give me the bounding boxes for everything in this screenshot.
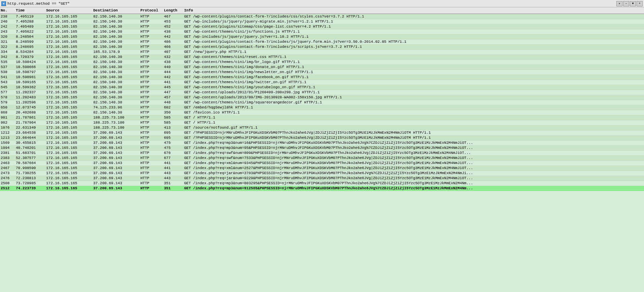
cell-info: GET /source/notfound.gif HTTP/1.1 — [183, 126, 644, 130]
cell-info: GET /wp-content/plugins/contact-form-7/i… — [183, 40, 644, 44]
table-row[interactable]: 577 11.202337 172.16.165.165 82.150.140.… — [0, 90, 644, 95]
cell-len: 453 — [163, 20, 183, 24]
table-row[interactable]: 545 10.599362 172.16.165.165 82.150.140.… — [0, 85, 644, 90]
table-row[interactable]: 243 7.495622 172.16.165.165 82.150.140.3… — [0, 29, 644, 34]
table-row[interactable]: 535 10.598424 172.16.165.165 82.150.140.… — [0, 60, 644, 65]
table-row[interactable]: 868 20.402688 172.16.165.165 82.150.140.… — [0, 110, 644, 115]
cell-source: 172.16.165.165 — [45, 141, 93, 145]
cell-no: 579 — [0, 100, 15, 104]
cell-info: GET /wp-includes/js/jquery/jquery.js?ver… — [183, 35, 644, 39]
cell-len: 351 — [163, 186, 183, 190]
cell-no: 240 — [0, 20, 15, 24]
table-row[interactable]: 578 11.202483 172.16.165.165 82.150.140.… — [0, 95, 644, 100]
cell-no: 320 — [0, 35, 15, 39]
table-row[interactable]: 242 7.495489 172.16.165.165 82.150.140.3… — [0, 24, 644, 29]
cell-time: 8.534284 — [15, 50, 45, 54]
table-row[interactable]: 543 10.599165 172.16.165.165 82.150.140.… — [0, 80, 644, 85]
cell-no: 538 — [0, 70, 15, 74]
cell-proto: HTTP — [140, 146, 163, 150]
table-row[interactable]: 1213 23.664644 172.16.165.165 37.200.69.… — [0, 135, 644, 140]
cell-source: 172.16.165.165 — [45, 75, 93, 79]
table-row[interactable]: 1994 40.748201 172.16.165.165 37.200.69.… — [0, 145, 644, 151]
table-row[interactable]: 1076 22.631349 172.16.165.165 188.225.73… — [0, 125, 644, 130]
close-button[interactable]: ✕ — [616, 1, 622, 6]
add-button[interactable]: + — [637, 1, 643, 6]
cell-dest: 82.150.140.30 — [93, 35, 140, 39]
cell-proto: HTTP — [140, 136, 163, 140]
cell-dest: 82.150.140.30 — [93, 55, 140, 59]
table-row[interactable]: 541 10.598981 172.16.165.165 82.150.140.… — [0, 75, 644, 80]
table-row[interactable]: 240 7.495288 172.16.165.165 82.150.140.3… — [0, 19, 644, 24]
table-row[interactable]: 2476 72.238813 172.16.165.165 37.200.69.… — [0, 176, 644, 181]
table-row[interactable]: 1212 23.664538 172.16.165.165 37.200.69.… — [0, 130, 644, 135]
table-row[interactable]: 2508 73.720985 172.16.165.165 37.200.69.… — [0, 181, 644, 186]
cell-proto: HTTP — [140, 95, 163, 99]
cell-time: 10.598666 — [15, 65, 45, 69]
cell-proto: HTTP — [140, 20, 163, 24]
table-row[interactable]: 2512 74.223739 172.16.165.165 37.200.69.… — [0, 186, 644, 191]
cell-time: 52.307577 — [15, 156, 45, 160]
cell-info: GET /wp-content/uploads/2013/09/IMG-2013… — [183, 95, 644, 99]
table-row[interactable]: 538 10.598797 172.16.165.165 82.150.140.… — [0, 70, 644, 75]
cell-proto: HTTP — [140, 65, 163, 69]
cell-no: 322 — [0, 45, 15, 49]
cell-time: 73.720985 — [15, 181, 45, 185]
cell-proto: HTTP — [140, 176, 163, 180]
table-row[interactable]: 342 8.720379 172.16.165.165 82.150.140.3… — [0, 55, 644, 60]
table-row[interactable]: 2473 71.730255 172.16.165.165 37.200.69.… — [0, 171, 644, 176]
cell-proto: HTTP — [140, 35, 163, 39]
cell-no: 868 — [0, 110, 15, 115]
table-row[interactable]: 650 12.073745 172.16.165.165 74.125.233.… — [0, 105, 644, 110]
cell-source: 172.16.165.165 — [45, 40, 93, 44]
cell-len: 442 — [163, 75, 183, 79]
cell-no: 2467 — [0, 166, 15, 170]
table-row[interactable]: 537 10.598666 172.16.165.165 82.150.140.… — [0, 65, 644, 70]
minimize-button[interactable]: – — [623, 1, 629, 6]
cell-time: 72.238813 — [15, 176, 45, 180]
cell-proto: HTTP — [140, 105, 163, 109]
header-no: No. — [0, 8, 15, 12]
cell-len: 441 — [163, 80, 183, 84]
cell-len: 457 — [163, 95, 183, 99]
cell-time: 70.998590 — [15, 166, 45, 170]
table-row[interactable]: 2467 70.998590 172.16.165.165 37.200.69.… — [0, 166, 644, 171]
cell-len: 441 — [163, 166, 183, 170]
table-row[interactable]: 334 8.534284 172.16.165.165 185.53.178.9… — [0, 50, 644, 55]
cell-dest: 37.200.69.143 — [93, 151, 140, 155]
table-row[interactable]: 981 21.787861 172.16.165.165 188.225.73.… — [0, 115, 644, 120]
cell-len: 448 — [163, 100, 183, 104]
cell-no: 1076 — [0, 126, 15, 130]
cell-time: 70.587664 — [15, 161, 45, 165]
cell-time: 30.455815 — [15, 141, 45, 145]
table-row[interactable]: 982 21.787964 172.16.165.165 188.225.73.… — [0, 120, 644, 125]
cell-no: 982 — [0, 121, 15, 125]
header-protocol: Protocol — [140, 8, 163, 12]
cell-source: 172.16.165.165 — [45, 176, 93, 180]
cell-info: GET /wp-content/plugins/contact-form-7/i… — [183, 45, 644, 49]
cell-source: 172.16.165.165 — [45, 65, 93, 69]
header-source: Source — [45, 8, 93, 12]
table-row[interactable]: 322 8.248695 172.16.165.165 82.150.140.3… — [0, 44, 644, 50]
cell-info: GET /wp-content/themes/cini/js/functions… — [183, 30, 644, 34]
cell-len: 438 — [163, 30, 183, 34]
cell-dest: 82.150.140.30 — [93, 45, 140, 49]
cell-dest: 37.200.69.143 — [93, 156, 140, 160]
table-row[interactable]: 2381 51.683701 172.16.165.165 37.200.69.… — [0, 151, 644, 156]
cell-no: 2508 — [0, 181, 15, 185]
table-row[interactable]: 321 8.248599 172.16.165.165 82.150.140.3… — [0, 39, 644, 44]
table-row[interactable]: 238 7.495119 172.16.165.165 82.150.140.3… — [0, 14, 644, 19]
table-container[interactable]: 238 7.495119 172.16.165.165 82.150.140.3… — [0, 14, 644, 290]
cell-len: 475 — [163, 146, 183, 150]
cell-proto: HTTP — [140, 181, 163, 185]
table-row[interactable]: 2383 52.307577 172.16.165.165 37.200.69.… — [0, 156, 644, 161]
cell-len: 351 — [163, 181, 183, 185]
cell-proto: HTTP — [140, 45, 163, 49]
cell-no: 243 — [0, 30, 15, 34]
expand-button[interactable]: ▼ — [630, 1, 636, 6]
cell-info: GET /wp-content/themes/cini/img/facebook… — [183, 75, 644, 79]
table-row[interactable]: 579 11.202596 172.16.165.165 82.150.140.… — [0, 100, 644, 105]
table-row[interactable]: 1569 30.455815 172.16.165.165 37.200.69.… — [0, 140, 644, 145]
table-row[interactable]: 2463 70.587664 172.16.165.165 37.200.69.… — [0, 161, 644, 166]
cell-proto: HTTP — [140, 116, 163, 120]
table-row[interactable]: 320 8.248504 172.16.165.165 82.150.140.3… — [0, 34, 644, 39]
